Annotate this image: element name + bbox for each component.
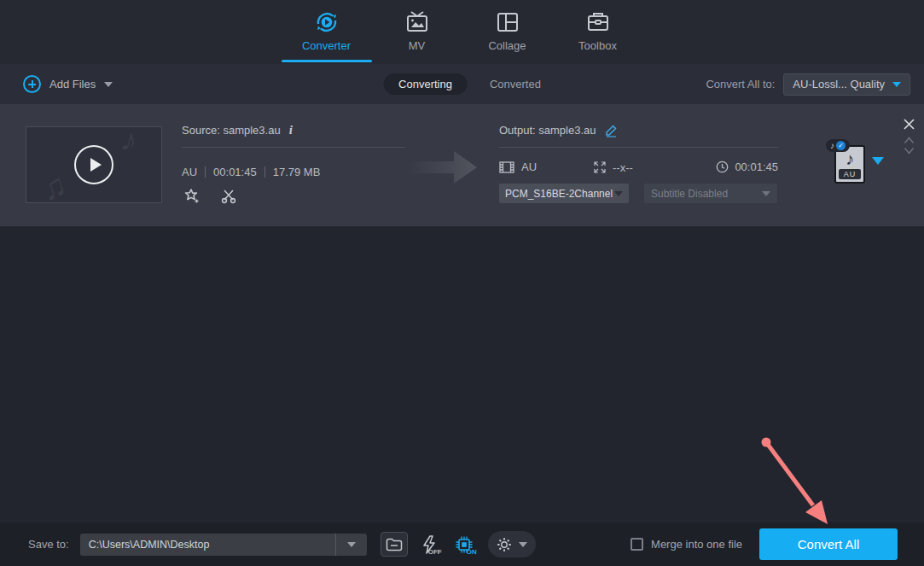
divider [182, 147, 405, 148]
source-section: Source: sample3.au i AU 00:01:45 17.79 M… [182, 104, 405, 226]
audio-codec-selector[interactable]: PCM_S16BE-2Channel [499, 184, 629, 203]
add-files-button[interactable]: Add Files [23, 75, 113, 93]
music-note-icon: ♪ [836, 149, 863, 169]
convert-all-to-group: Convert All to: AU-Lossl... Quality [706, 73, 910, 96]
tab-converting[interactable]: Converting [383, 73, 468, 95]
remove-file-button[interactable] [903, 118, 915, 131]
output-file-type-icon[interactable]: ♪ AU ♪ ✓ [834, 145, 865, 184]
merge-into-one-file-option[interactable]: Merge into one file [631, 538, 742, 551]
add-files-label: Add Files [49, 78, 96, 90]
output-format-value: AU-Lossl... Quality [793, 78, 885, 90]
gear-icon [496, 536, 513, 553]
source-meta: AU 00:01:45 17.79 MB [182, 166, 320, 178]
chevron-down-icon [519, 542, 527, 547]
source-format: AU [182, 166, 197, 178]
tab-converter-label: Converter [302, 39, 351, 52]
output-title: Output: sample3.au [499, 124, 596, 137]
toolbox-icon [585, 9, 611, 35]
convert-all-button[interactable]: Convert All [759, 528, 898, 560]
play-icon [90, 158, 102, 172]
file-row: ♫ ♪ Source: sample3.au i AU 00:01:45 17.… [0, 104, 924, 226]
music-note-icon: ♪ [830, 141, 834, 150]
collage-icon [495, 9, 520, 35]
subtitle-selector[interactable]: Subtitle Disabled [644, 184, 777, 203]
tab-mv-label: MV [409, 39, 426, 52]
divider [499, 147, 778, 148]
output-section: Output: sample3.au AU --x [499, 104, 778, 226]
tab-converter[interactable]: Converter [282, 0, 372, 64]
chevron-down-icon [762, 191, 770, 196]
source-title: Source: sample3.au [182, 124, 281, 137]
chevron-down-icon [892, 82, 901, 87]
tab-toolbox-label: Toolbox [578, 39, 617, 52]
output-duration: 00:01:45 [735, 160, 778, 173]
tab-collage[interactable]: Collage [462, 0, 553, 64]
output-resolution: --x-- [613, 161, 633, 174]
rename-icon[interactable] [604, 123, 619, 137]
hardware-acceleration-state: ON [467, 548, 477, 556]
cut-button[interactable] [220, 188, 237, 204]
tab-collage-label: Collage [488, 39, 526, 52]
move-up-button[interactable] [904, 137, 915, 144]
chevron-down-icon [614, 191, 623, 196]
settings-button[interactable] [488, 531, 536, 557]
footer-bar: Save to: C:\Users\ADMIN\Desktop OFF ON [0, 522, 924, 566]
check-icon: ✓ [836, 141, 846, 150]
media-thumbnail[interactable]: ♫ ♪ [26, 126, 162, 203]
source-size: 17.79 MB [273, 166, 321, 178]
tab-toolbox[interactable]: Toolbox [553, 0, 643, 64]
divider [205, 166, 206, 178]
high-speed-state: OFF [428, 548, 442, 556]
convert-all-to-label: Convert All to: [706, 78, 775, 90]
resolution-icon [593, 160, 607, 174]
output-meta: AU --x-- 00:01:45 [499, 160, 778, 176]
tab-converted[interactable]: Converted [490, 78, 541, 90]
save-path-selector[interactable]: C:\Users\ADMIN\Desktop [80, 534, 367, 556]
merge-checkbox[interactable] [631, 538, 643, 551]
mv-icon [404, 9, 430, 35]
hardware-acceleration-toggle[interactable]: ON [450, 532, 478, 557]
music-note-decoration: ♫ [37, 166, 71, 209]
play-button[interactable] [74, 145, 113, 184]
info-icon[interactable]: i [289, 123, 293, 137]
queue-tabs: Converting Converted [383, 73, 541, 95]
file-type-badge: AU [839, 169, 861, 179]
converter-icon [314, 9, 340, 35]
format-dropdown-caret[interactable] [872, 157, 884, 165]
audio-codec-value: PCM_S16BE-2Channel [505, 188, 613, 200]
output-format-selector[interactable]: AU-Lossl... Quality [783, 73, 910, 96]
conversion-arrow [408, 150, 478, 184]
save-path-value: C:\Users\ADMIN\Desktop [80, 539, 335, 551]
chevron-down-icon [347, 542, 356, 547]
film-icon [499, 161, 514, 173]
open-folder-button[interactable] [381, 532, 408, 557]
main-nav: Converter MV Collage [0, 0, 924, 64]
divider [264, 166, 265, 178]
source-duration: 00:01:45 [213, 166, 257, 178]
save-to-label: Save to: [28, 538, 69, 551]
tab-mv[interactable]: MV [372, 0, 462, 64]
high-speed-toggle[interactable]: OFF [416, 532, 443, 557]
format-status-badge: ♪ ✓ [826, 139, 850, 152]
output-format: AU [521, 160, 537, 173]
subtitle-value: Subtitle Disabled [651, 188, 728, 200]
merge-label: Merge into one file [651, 538, 742, 551]
chevron-down-icon [104, 82, 113, 87]
edit-effects-button[interactable] [183, 188, 200, 204]
music-note-decoration: ♪ [117, 120, 142, 160]
plus-circle-icon [23, 75, 41, 93]
clock-icon [716, 160, 729, 173]
move-down-button[interactable] [904, 147, 915, 155]
toolbar: Add Files Converting Converted Convert A… [0, 64, 924, 104]
